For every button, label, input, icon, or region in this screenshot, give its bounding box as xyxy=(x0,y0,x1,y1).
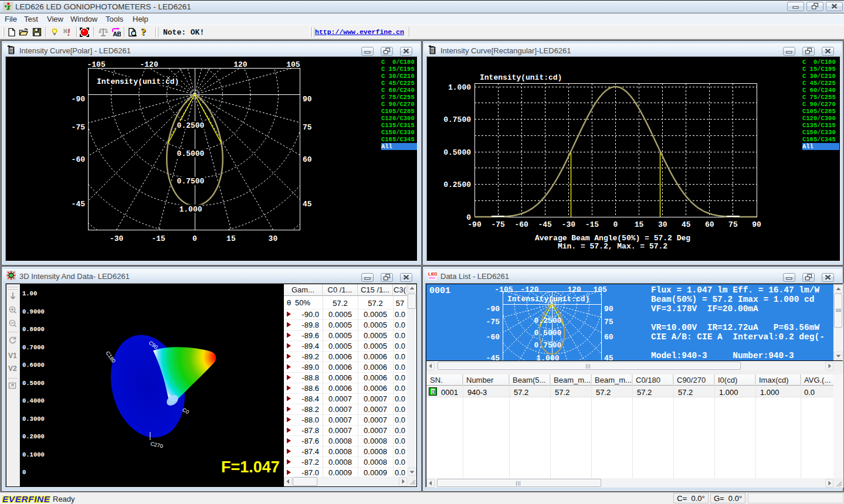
svg-text:90: 90 xyxy=(604,305,613,314)
svg-text:-75: -75 xyxy=(72,123,86,132)
svg-text:90: 90 xyxy=(752,220,761,229)
svg-text:-120: -120 xyxy=(140,60,158,69)
svg-text:120: 120 xyxy=(233,60,248,69)
svg-text:?: ? xyxy=(141,28,146,37)
svg-text:15: 15 xyxy=(635,220,644,229)
svg-text:75: 75 xyxy=(604,318,613,326)
svg-text:0.7500: 0.7500 xyxy=(177,177,205,186)
svg-text:75: 75 xyxy=(303,123,312,132)
svg-text:75: 75 xyxy=(728,220,738,229)
svg-text:-45: -45 xyxy=(538,220,552,229)
svg-text:60: 60 xyxy=(705,220,714,229)
svg-text:C270: C270 xyxy=(150,441,164,449)
svg-text:-45: -45 xyxy=(486,354,500,360)
svg-text:15: 15 xyxy=(226,234,236,243)
svg-text:0.2500: 0.2500 xyxy=(443,181,471,189)
svg-text:-90: -90 xyxy=(486,305,500,314)
svg-text:1.000: 1.000 xyxy=(448,83,471,92)
svg-text:-45: -45 xyxy=(72,200,86,209)
svg-text:0.7500: 0.7500 xyxy=(443,115,471,124)
svg-text:Average Beam Angle(50%) = 57.2: Average Beam Angle(50%) = 57.2 Deg xyxy=(535,234,690,243)
svg-text:-60: -60 xyxy=(72,155,86,164)
svg-text:-120: -120 xyxy=(520,285,538,294)
svg-text:1.000: 1.000 xyxy=(179,205,202,214)
svg-text:-75: -75 xyxy=(491,220,505,229)
svg-text:-60: -60 xyxy=(486,333,500,342)
svg-text:0: 0 xyxy=(613,220,618,229)
svg-text:-30: -30 xyxy=(562,220,576,229)
svg-text:0.5000: 0.5000 xyxy=(177,149,205,158)
svg-text:45: 45 xyxy=(682,220,691,229)
svg-text:-60: -60 xyxy=(514,220,528,229)
svg-text:0.2500: 0.2500 xyxy=(534,316,562,325)
svg-text:-15: -15 xyxy=(151,234,165,243)
svg-text:45: 45 xyxy=(303,200,312,209)
svg-text:-90: -90 xyxy=(467,220,482,229)
svg-text:30: 30 xyxy=(658,220,667,229)
svg-text:45: 45 xyxy=(604,354,613,360)
svg-text:-90: -90 xyxy=(72,95,86,104)
svg-text:60: 60 xyxy=(604,333,613,342)
svg-text:-75: -75 xyxy=(486,318,500,326)
svg-text:30: 30 xyxy=(269,234,278,243)
svg-text:0: 0 xyxy=(192,234,197,243)
svg-text:Intensity(unit:cd): Intensity(unit:cd) xyxy=(97,77,179,86)
svg-text:0: 0 xyxy=(432,389,435,395)
svg-text:120: 120 xyxy=(567,285,581,294)
svg-text:0.5000: 0.5000 xyxy=(443,148,471,157)
svg-text:105: 105 xyxy=(286,60,300,69)
svg-text:105: 105 xyxy=(593,285,607,294)
svg-text:90: 90 xyxy=(303,95,312,104)
svg-text:0.2500: 0.2500 xyxy=(177,121,205,130)
svg-text:Intensity(unit:cd): Intensity(unit:cd) xyxy=(507,295,589,304)
svg-text:0.7500: 0.7500 xyxy=(534,341,562,350)
svg-text:-105: -105 xyxy=(494,285,513,294)
svg-text:1.000: 1.000 xyxy=(536,354,559,360)
svg-text:0.5000: 0.5000 xyxy=(534,329,562,338)
svg-text:-15: -15 xyxy=(585,220,599,229)
svg-text:-30: -30 xyxy=(110,234,124,243)
svg-text:-105: -105 xyxy=(87,60,105,69)
svg-text:B: B xyxy=(117,30,121,37)
svg-text:Intensity(unit:cd): Intensity(unit:cd) xyxy=(480,73,562,82)
svg-text:60: 60 xyxy=(303,155,312,164)
svg-text:Min. = 57.2, Max. = 57.2: Min. = 57.2, Max. = 57.2 xyxy=(558,242,667,251)
svg-text:shift: shift xyxy=(429,276,435,280)
